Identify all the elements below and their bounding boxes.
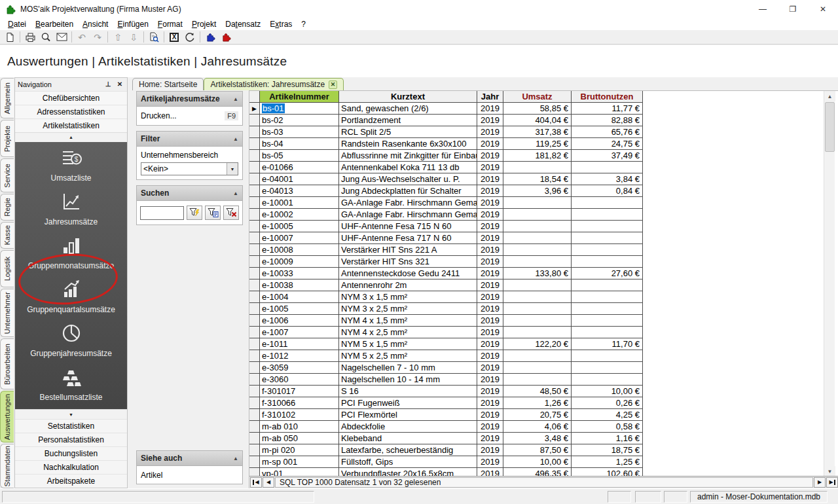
cell-artikelnummer[interactable]: e-10002 xyxy=(260,209,339,221)
cell-bruttonutzen[interactable] xyxy=(572,279,643,291)
cell-umsatz[interactable]: 181,82 € xyxy=(503,150,572,162)
cell-bruttonutzen[interactable]: 1,25 € xyxy=(572,456,643,468)
cell-artikelnummer[interactable]: e-1005 xyxy=(260,303,339,315)
cell-jahr[interactable]: 2019 xyxy=(477,362,503,374)
table-row[interactable]: e-1011NYM 5 x 1,5 mm²2019122,20 €11,70 € xyxy=(249,338,826,350)
nav-item-personalstatistiken[interactable]: Personalstatistiken xyxy=(15,433,127,446)
module-tab-regie[interactable]: Regie xyxy=(0,194,14,221)
see-also-header[interactable]: Siehe auch ▲ xyxy=(137,451,242,466)
table-row[interactable]: e-3059Nagelschellen 7 - 10 mm2019 xyxy=(249,362,826,374)
module-tab-stammdaten[interactable]: Stammdaten xyxy=(0,444,14,488)
cell-kurztext[interactable]: Abflussrinne mit Zinkgitter für Einbau xyxy=(339,150,477,162)
cell-kurztext[interactable]: Latexfarbe, scheuerbeständig xyxy=(339,444,477,456)
cell-artikelnummer[interactable]: e-10005 xyxy=(260,221,339,232)
cell-kurztext[interactable]: Klebeband xyxy=(339,433,477,444)
cell-umsatz[interactable] xyxy=(503,350,572,362)
scrollbar-thumb[interactable] xyxy=(825,102,835,152)
cell-kurztext[interactable]: Jung Aus-Wechselschalter u. P. xyxy=(339,173,477,185)
cell-umsatz[interactable]: 48,50 € xyxy=(503,386,572,397)
redo-button[interactable]: ↷ xyxy=(90,31,105,44)
cell-umsatz[interactable]: 3,96 € xyxy=(503,185,572,197)
module-tab-allgemein[interactable]: Allgemein xyxy=(0,78,14,118)
cell-kurztext[interactable]: PCI Flexmörtel xyxy=(339,409,477,421)
scroll-up-arrow[interactable]: ▲ xyxy=(824,91,835,101)
cell-bruttonutzen[interactable] xyxy=(572,209,643,221)
cell-jahr[interactable]: 2019 xyxy=(477,150,503,162)
cell-kurztext[interactable]: Jung Abdeckplatten für Schalter xyxy=(339,185,477,197)
cell-artikelnummer[interactable]: e-10009 xyxy=(260,256,339,268)
cell-bruttonutzen[interactable] xyxy=(572,362,643,374)
tab-close-icon[interactable]: ✕ xyxy=(329,81,337,89)
cell-artikelnummer[interactable]: f-310066 xyxy=(260,397,339,409)
nav-item-buchungslisten[interactable]: Buchungslisten xyxy=(15,446,127,460)
cell-bruttonutzen[interactable] xyxy=(572,291,643,303)
cell-bruttonutzen[interactable] xyxy=(572,197,643,209)
cell-kurztext[interactable]: Verstärker HIT Sns 321 xyxy=(339,256,477,268)
cell-kurztext[interactable]: Antennensteckdose Gedu 2411 xyxy=(339,268,477,279)
module-tab-logistik[interactable]: Logistik xyxy=(0,250,14,287)
move-down-button[interactable]: ⇩ xyxy=(126,31,141,44)
cell-artikelnummer[interactable]: m-ab 050 xyxy=(260,433,339,444)
cell-artikelnummer[interactable]: e-10038 xyxy=(260,279,339,291)
nav-item-arbeitspakete[interactable]: Arbeitspakete xyxy=(15,474,127,488)
cell-umsatz[interactable] xyxy=(503,327,572,338)
filter-remove-button[interactable] xyxy=(223,206,239,220)
cell-jahr[interactable]: 2019 xyxy=(477,421,503,433)
cell-kurztext[interactable]: UHF-Antenne Fesa 717 N 60 xyxy=(339,232,477,244)
cell-jahr[interactable]: 2019 xyxy=(477,185,503,197)
table-row[interactable]: e-04013Jung Abdeckplatten für Schalter20… xyxy=(249,185,826,197)
cell-kurztext[interactable]: NYM 3 x 1,5 mm² xyxy=(339,291,477,303)
table-row[interactable]: bs-04Randstein Rasenkante 6x30x100201911… xyxy=(249,138,826,150)
table-row[interactable]: e-10008Verstärker HIT Sns 221 A2019 xyxy=(249,244,826,256)
cell-artikelnummer[interactable]: e-3060 xyxy=(260,374,339,386)
print-button[interactable] xyxy=(22,31,38,44)
pin-icon[interactable]: ⊥ xyxy=(103,80,113,89)
cell-kurztext[interactable]: Sand, gewaschen (2/6) xyxy=(339,103,477,115)
cell-artikelnummer[interactable]: m-sp 001 xyxy=(260,456,339,468)
cell-jahr[interactable]: 2019 xyxy=(477,138,503,150)
cell-kurztext[interactable]: GA-Anlage Fabr. Hirschmann Gema xyxy=(339,197,477,209)
cell-jahr[interactable]: 2019 xyxy=(477,397,503,409)
cell-umsatz[interactable] xyxy=(503,162,572,173)
excel-export-button[interactable]: X xyxy=(166,31,182,44)
search-input[interactable] xyxy=(140,206,184,220)
cell-kurztext[interactable]: Antennenrohr 2m xyxy=(339,279,477,291)
cell-jahr[interactable]: 2019 xyxy=(477,197,503,209)
cell-jahr[interactable]: 2019 xyxy=(477,291,503,303)
column-header-umsatz[interactable]: Umsatz xyxy=(503,91,572,103)
cell-umsatz[interactable]: 1,26 € xyxy=(503,397,572,409)
cell-umsatz[interactable] xyxy=(503,315,572,327)
table-row[interactable]: ▶bs-01Sand, gewaschen (2/6)201958,85 €11… xyxy=(249,103,826,115)
first-record-button[interactable]: ◀ xyxy=(250,477,262,488)
cell-umsatz[interactable]: 3,48 € xyxy=(503,433,572,444)
cell-umsatz[interactable] xyxy=(503,197,572,209)
move-up-button[interactable]: ⇧ xyxy=(110,31,126,44)
cell-bruttonutzen[interactable] xyxy=(572,221,643,232)
cell-kurztext[interactable]: PCI Fugenweiß xyxy=(339,397,477,409)
cell-umsatz[interactable]: 133,80 € xyxy=(503,268,572,279)
nav-item-artikelstatistiken[interactable]: Artikelstatistiken xyxy=(15,118,127,132)
close-button[interactable]: ✕ xyxy=(808,0,838,18)
cell-jahr[interactable]: 2019 xyxy=(477,115,503,126)
table-row[interactable]: bs-03RCL Split 2/52019317,38 €65,76 € xyxy=(249,126,826,138)
cell-jahr[interactable]: 2019 xyxy=(477,256,503,268)
doc-tab-artikelstatistiken-jahresums-tze[interactable]: Artikelstatistiken: Jahresumsätze✕ xyxy=(204,78,344,90)
doc-tab-home-startseite[interactable]: Home: Startseite xyxy=(132,78,204,90)
refresh-button[interactable] xyxy=(182,31,198,44)
cell-artikelnummer[interactable]: f-310102 xyxy=(260,409,339,421)
table-row[interactable]: e-04001Jung Aus-Wechselschalter u. P.201… xyxy=(249,173,826,185)
cell-jahr[interactable]: 2019 xyxy=(477,221,503,232)
filter-apply-button[interactable] xyxy=(187,206,202,220)
cell-artikelnummer[interactable]: e-10008 xyxy=(260,244,339,256)
cell-bruttonutzen[interactable]: 11,77 € xyxy=(572,103,643,115)
cell-jahr[interactable]: 2019 xyxy=(477,303,503,315)
cell-umsatz[interactable]: 87,50 € xyxy=(503,444,572,456)
scroll-down-arrow[interactable]: ▼ xyxy=(824,466,835,477)
cell-artikelnummer[interactable]: e-1012 xyxy=(260,350,339,362)
table-row[interactable]: m-sp 001Füllstoff, Gips201910,00 €1,25 € xyxy=(249,456,826,468)
menu-format[interactable]: Format xyxy=(153,19,187,29)
cell-artikelnummer[interactable]: f-301017 xyxy=(260,386,339,397)
nav-icon-item-gruppenquartalsums-tze[interactable]: Gruppenquartalsumsätze xyxy=(15,278,127,321)
document-search-button[interactable] xyxy=(146,31,162,44)
cell-kurztext[interactable]: Abdeckfolie xyxy=(339,421,477,433)
